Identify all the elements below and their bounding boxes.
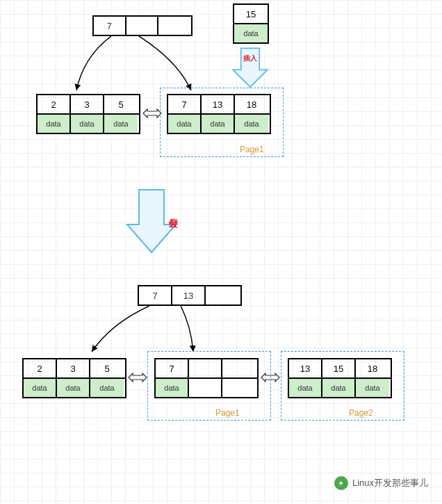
root-key-0: 7 (94, 17, 126, 35)
bottom-bidir-1 (127, 371, 148, 384)
cell (206, 286, 239, 304)
cell: 2 (24, 359, 57, 377)
bottom-root-arrows (83, 306, 243, 358)
top-leaf-left: 2 3 5 data data data (36, 94, 140, 134)
cell: 7 (139, 286, 172, 304)
cell: data (71, 115, 104, 133)
bottom-page1-label: Page1 (215, 408, 240, 418)
wechat-icon: ✦ (334, 476, 348, 490)
insert-key: 15 (234, 5, 268, 23)
root-key-1 (126, 17, 159, 35)
cell: data (104, 115, 138, 133)
insert-arrow: 插入 (231, 45, 270, 88)
root-key-2 (158, 17, 191, 35)
cell: data (38, 115, 71, 133)
bottom-root: 7 13 (138, 285, 242, 306)
cell: data (90, 379, 124, 397)
split-label: 分裂 (124, 199, 179, 224)
cell: 5 (90, 359, 124, 377)
bottom-page2-box (281, 351, 404, 421)
watermark: ✦ Linux开发那些事儿 (334, 476, 428, 490)
cell: data (24, 379, 57, 397)
cell: 3 (57, 359, 90, 377)
insert-data: data (234, 24, 268, 42)
cell: 13 (172, 286, 206, 304)
background-grid (0, 0, 442, 504)
insert-node: 15 data (233, 3, 269, 44)
top-root: 7 (92, 15, 193, 36)
top-root-arrows (69, 36, 208, 95)
bottom-page2-label: Page2 (349, 408, 373, 418)
split-arrow: 分裂 (124, 186, 179, 256)
top-page1-box (160, 88, 284, 157)
insert-label: 插入 (231, 54, 270, 63)
cell: 2 (38, 95, 71, 113)
cell: 5 (104, 95, 138, 113)
cell: 3 (71, 95, 104, 113)
watermark-text: Linux开发那些事儿 (352, 477, 428, 489)
top-page1-label: Page1 (240, 145, 264, 154)
bottom-page1-box (147, 351, 271, 421)
bottom-leaf-left: 2 3 5 data data data (22, 358, 126, 398)
cell: data (57, 379, 90, 397)
